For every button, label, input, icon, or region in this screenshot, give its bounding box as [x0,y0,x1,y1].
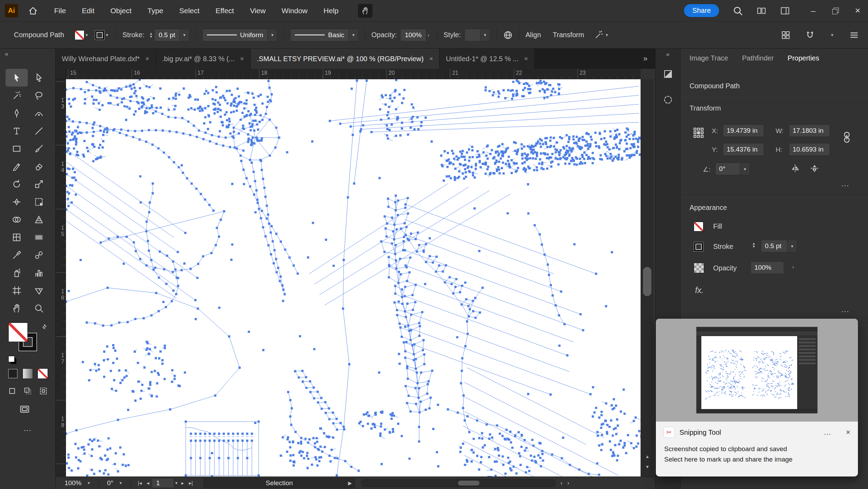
appearance-stroke-weight-field[interactable]: 0.5 pt [761,240,787,252]
pencil-tool[interactable] [6,157,28,175]
flip-horizontal-icon[interactable] [790,163,800,173]
appearance-stroke-label[interactable]: Stroke [713,243,733,251]
arrange-documents-icon[interactable] [757,6,766,16]
opacity-field[interactable]: 100% [400,29,426,41]
stroke-color-swatch[interactable] [95,30,105,40]
document-tab-3[interactable]: .SMALL ETSY PREVIEW.ai* @ 100 % (RGB/Pre… [251,49,440,69]
width-profile-dropdown-icon[interactable]: ▾ [268,29,277,41]
transform-more-icon[interactable]: … [841,179,850,188]
horizontal-scrollbar[interactable] [361,479,556,487]
touch-workspace-icon[interactable] [358,4,373,18]
default-fill-stroke-icon[interactable] [8,356,15,362]
notification-body[interactable]: Screenshot copied to clipboard and saved… [656,443,858,465]
zoom-control[interactable]: 100% ▾ [61,478,95,488]
stroke-weight-dropdown-icon[interactable]: ▾ [180,29,190,41]
arrange-grid-icon[interactable] [781,30,791,40]
scroll-down-icon[interactable]: ▾ [641,464,654,470]
notification-close-icon[interactable]: × [846,428,850,437]
app-logo[interactable]: Ai [5,4,18,17]
home-icon[interactable] [27,5,39,17]
horizontal-ruler[interactable]: 151617181920212223 [66,69,641,79]
appearance-fill-swatch[interactable] [694,222,703,231]
direct-selection-tool[interactable] [28,69,50,87]
type-tool[interactable] [6,122,28,140]
menu-object[interactable]: Object [110,7,132,15]
appearance-stroke-stepper[interactable]: ▴▾ [753,242,755,248]
magic-wand-tool[interactable] [6,87,28,104]
symbol-sprayer-tool[interactable] [6,264,28,282]
canvas[interactable] [66,79,641,476]
artboard-number-field[interactable]: 1 [152,478,174,488]
zoom-dropdown-icon[interactable]: ▾ [88,480,90,486]
appearance-opacity-arrow[interactable]: › [792,264,794,270]
next-artboard-icon[interactable]: ▸ [181,480,184,486]
lasso-tool[interactable] [28,87,50,104]
document-tab-4[interactable]: Untitled-1* @ 12.5 % ...× [440,49,534,69]
color-button[interactable] [8,368,18,379]
x-field[interactable]: 19.4739 in [723,124,764,137]
perspective-grid-tool[interactable] [28,211,50,228]
screenshot-thumbnail[interactable] [696,327,818,414]
color-panel-icon[interactable] [656,64,681,84]
control-panel-menu-icon[interactable] [849,30,859,40]
tab-close-icon[interactable]: × [429,55,433,63]
tab-close-icon[interactable]: × [145,55,149,63]
snapping-dropdown-icon[interactable]: ▾ [831,32,833,38]
y-field[interactable]: 15.4376 in [723,143,764,156]
scale-tool[interactable] [28,175,50,193]
rotate-tool[interactable] [6,175,28,193]
appearance-more-icon[interactable]: … [841,304,850,314]
brush-dropdown-icon[interactable]: ▾ [349,29,359,41]
gradient-tool[interactable] [28,228,50,246]
draw-behind-icon[interactable] [23,386,32,396]
restore-button[interactable] [832,8,838,14]
toolbar-more-icon[interactable]: … [0,423,56,433]
tab-close-icon[interactable]: × [240,55,244,63]
style-dropdown-icon[interactable]: ▾ [481,29,490,41]
screen-mode-icon[interactable] [19,404,30,414]
appearance-stroke-dropdown-icon[interactable]: ▾ [787,240,797,252]
menu-file[interactable]: File [54,7,66,15]
workspace-switcher-icon[interactable] [780,6,790,16]
scroll-left-icon[interactable]: ‹ [560,480,562,487]
horizontal-scrollbar-thumb[interactable] [458,481,479,486]
pen-tool[interactable] [6,104,28,122]
gradient-button[interactable] [23,368,33,379]
vertical-scrollbar-thumb[interactable] [643,267,651,296]
status-panel-arrow-icon[interactable]: ▶ [348,480,352,486]
draw-inside-icon[interactable] [39,386,48,396]
rotation-dropdown-icon[interactable]: ▾ [119,480,122,486]
scroll-right-icon[interactable]: › [567,480,569,487]
rotation-control[interactable]: 0° ▾ [103,478,127,488]
tab-image-trace[interactable]: Image Trace [690,54,728,68]
share-button[interactable]: Share [684,4,719,17]
rectangle-tool[interactable] [6,140,28,157]
align-button[interactable]: Align [526,31,541,39]
fx-button[interactable]: fx. [695,286,703,295]
tab-close-icon[interactable]: × [524,55,528,63]
brush-field[interactable]: Basic [290,29,349,41]
libraries-panel-icon[interactable] [656,90,681,109]
status-display[interactable]: Selection ▶ [203,478,355,488]
draw-normal-icon[interactable] [8,386,17,396]
menu-select[interactable]: Select [179,7,199,15]
free-transform-tool[interactable] [28,193,50,211]
ruler-origin-corner[interactable] [56,69,66,79]
reference-point-icon[interactable] [693,127,704,138]
expand-panels-icon[interactable]: « [656,49,680,58]
artboard-dropdown-icon[interactable]: ▾ [175,480,178,486]
menu-window[interactable]: Window [282,7,308,15]
selection-tool[interactable] [6,69,28,87]
first-artboard-icon[interactable]: |◂ [138,480,142,486]
menu-type[interactable]: Type [148,7,164,15]
column-graph-tool[interactable] [28,264,50,282]
vertical-scrollbar[interactable]: ▴ ▾ [641,79,653,476]
flip-vertical-icon[interactable] [810,163,819,173]
angle-field[interactable]: 0° [715,163,740,175]
notification-more-icon[interactable]: … [824,428,832,437]
fill-proxy-swatch[interactable] [8,323,28,342]
stroke-weight-field[interactable]: 0.5 pt [154,29,180,41]
scroll-up-icon[interactable]: ▴ [641,453,654,459]
slice-tool[interactable] [28,282,50,299]
prev-artboard-icon[interactable]: ◂ [147,480,149,486]
